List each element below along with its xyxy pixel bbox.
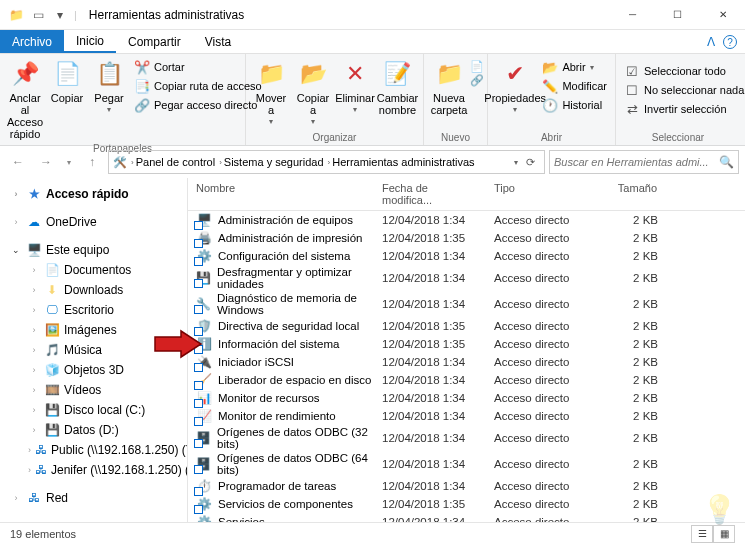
file-row[interactable]: 🔌Iniciador iSCSI12/04/2018 1:34Acceso di… xyxy=(188,353,745,371)
file-date: 12/04/2018 1:35 xyxy=(374,232,486,244)
breadcrumb-item[interactable]: Panel de control › xyxy=(136,156,222,168)
file-row[interactable]: ⚙️Servicios12/04/2018 1:34Acceso directo… xyxy=(188,513,745,522)
file-row[interactable]: 🛡️Directiva de seguridad local12/04/2018… xyxy=(188,317,745,335)
nav-downloads[interactable]: ›⬇Downloads xyxy=(0,280,187,300)
newitem-icon[interactable]: 📄 xyxy=(470,60,484,73)
properties-icon: ✔ xyxy=(499,58,531,90)
col-nombre[interactable]: Nombre xyxy=(188,178,374,210)
search-box[interactable]: 🔍 xyxy=(549,150,739,174)
file-name: Diagnóstico de memoria de Windows xyxy=(217,292,374,316)
group-organizar-label: Organizar xyxy=(250,131,419,145)
file-row[interactable]: ℹ️Información del sistema12/04/2018 1:35… xyxy=(188,335,745,353)
breadcrumb-item[interactable]: Herramientas administrativas xyxy=(332,156,474,168)
minimize-button[interactable]: ─ xyxy=(610,0,655,30)
file-row[interactable]: ⏱️Programador de tareas12/04/2018 1:34Ac… xyxy=(188,477,745,495)
col-tipo[interactable]: Tipo xyxy=(486,178,594,210)
open-button[interactable]: 📂Abrir▾ xyxy=(538,58,611,76)
nav-escritorio[interactable]: ›🖵Escritorio xyxy=(0,300,187,320)
tab-archivo[interactable]: Archivo xyxy=(0,30,64,53)
nav-acceso-rapido[interactable]: ›★Acceso rápido xyxy=(0,184,187,204)
history-button[interactable]: 🕐Historial xyxy=(538,96,611,114)
nav-back-button[interactable]: ← xyxy=(6,150,30,174)
col-fecha[interactable]: Fecha de modifica... xyxy=(374,178,486,210)
file-date: 12/04/2018 1:34 xyxy=(374,392,486,404)
file-row[interactable]: 📈Monitor de rendimiento12/04/2018 1:34Ac… xyxy=(188,407,745,425)
file-row[interactable]: 🔧Diagnóstico de memoria de Windows12/04/… xyxy=(188,291,745,317)
objects3d-icon: 🧊 xyxy=(44,362,60,378)
breadcrumb[interactable]: 🛠️ › Panel de control › Sistema y seguri… xyxy=(108,150,545,174)
tab-inicio[interactable]: Inicio xyxy=(64,30,116,53)
file-row[interactable]: ⚙️Servicios de componentes12/04/2018 1:3… xyxy=(188,495,745,513)
nav-recent-dropdown[interactable]: ▾ xyxy=(62,150,76,174)
column-headers: Nombre Fecha de modifica... Tipo Tamaño xyxy=(188,178,745,211)
file-type: Acceso directo xyxy=(486,392,594,404)
tab-compartir[interactable]: Compartir xyxy=(116,30,193,53)
file-size: 2 KB xyxy=(594,298,666,310)
refresh-button[interactable]: ⟳ xyxy=(520,156,540,169)
file-type: Acceso directo xyxy=(486,298,594,310)
file-size: 2 KB xyxy=(594,356,666,368)
close-button[interactable]: ✕ xyxy=(700,0,745,30)
file-name: Desfragmentar y optimizar unidades xyxy=(217,266,374,290)
nav-red[interactable]: ›🖧Red xyxy=(0,488,187,508)
maximize-button[interactable]: ☐ xyxy=(655,0,700,30)
invert-selection-button[interactable]: ⇄Invertir selección xyxy=(620,100,745,118)
delete-icon: ✕ xyxy=(339,58,371,90)
file-type: Acceso directo xyxy=(486,480,594,492)
nav-up-button[interactable]: ↑ xyxy=(80,150,104,174)
breadcrumb-item[interactable]: Sistema y seguridad › xyxy=(224,156,330,168)
rename-button[interactable]: 📝Cambiar nombre xyxy=(376,56,419,118)
file-date: 12/04/2018 1:35 xyxy=(374,338,486,350)
file-type: Acceso directo xyxy=(486,214,594,226)
nav-documentos[interactable]: ›📄Documentos xyxy=(0,260,187,280)
nav-videos[interactable]: ›🎞️Vídeos xyxy=(0,380,187,400)
nav-jenifer-z[interactable]: ›🖧Jenifer (\\192.168.1.250) (Z:) xyxy=(0,460,187,480)
delete-button[interactable]: ✕Eliminar▾ xyxy=(334,56,376,117)
easyaccess-icon[interactable]: 🔗 xyxy=(470,74,484,87)
tab-vista[interactable]: Vista xyxy=(193,30,243,53)
pictures-icon: 🖼️ xyxy=(44,322,60,338)
file-row[interactable]: 🖥️Administración de equipos12/04/2018 1:… xyxy=(188,211,745,229)
file-row[interactable]: 💾Desfragmentar y optimizar unidades12/04… xyxy=(188,265,745,291)
breadcrumb-dropdown-icon[interactable]: ▾ xyxy=(514,158,518,167)
qat-properties-icon[interactable]: ▭ xyxy=(30,7,46,23)
file-row[interactable]: 📊Monitor de recursos12/04/2018 1:34Acces… xyxy=(188,389,745,407)
file-size: 2 KB xyxy=(594,498,666,510)
nav-disco-c[interactable]: ›💾Disco local (C:) xyxy=(0,400,187,420)
view-icons-button[interactable]: ▦ xyxy=(713,525,735,543)
copy-to-button[interactable]: 📂Copiar a▾ xyxy=(292,56,334,129)
edit-button[interactable]: ✏️Modificar xyxy=(538,77,611,95)
view-details-button[interactable]: ☰ xyxy=(691,525,713,543)
search-input[interactable] xyxy=(554,156,719,168)
select-all-button[interactable]: ☑Seleccionar todo xyxy=(620,62,745,80)
file-size: 2 KB xyxy=(594,320,666,332)
paste-button[interactable]: 📋 Pegar ▾ xyxy=(88,56,130,117)
col-tamano[interactable]: Tamaño xyxy=(594,178,666,210)
qat-dropdown-icon[interactable]: ▾ xyxy=(52,7,68,23)
nav-public-y[interactable]: ›🖧Public (\\192.168.1.250) (Y:) xyxy=(0,440,187,460)
copy-button[interactable]: 📄 Copiar xyxy=(46,56,88,106)
move-to-button[interactable]: 📁Mover a▾ xyxy=(250,56,292,129)
nav-este-equipo[interactable]: ⌄🖥️Este equipo xyxy=(0,240,187,260)
file-row[interactable]: ⚙️Configuración del sistema12/04/2018 1:… xyxy=(188,247,745,265)
breadcrumb-root-icon[interactable]: 🛠️ › xyxy=(113,156,134,169)
properties-button[interactable]: ✔Propiedades▾ xyxy=(492,56,538,117)
nav-objetos3d[interactable]: ›🧊Objetos 3D xyxy=(0,360,187,380)
nav-forward-button[interactable]: → xyxy=(34,150,58,174)
file-row[interactable]: 🧹Liberador de espacio en disco12/04/2018… xyxy=(188,371,745,389)
search-icon[interactable]: 🔍 xyxy=(719,155,734,169)
file-row[interactable]: 🗄️Orígenes de datos ODBC (32 bits)12/04/… xyxy=(188,425,745,451)
new-folder-button[interactable]: 📁Nueva carpeta xyxy=(428,56,470,118)
copy-icon: 📄 xyxy=(51,58,83,90)
pin-quickaccess-button[interactable]: 📌 Anclar al Acceso rápido xyxy=(4,56,46,142)
file-row[interactable]: 🗄️Orígenes de datos ODBC (64 bits)12/04/… xyxy=(188,451,745,477)
pin-icon: 📌 xyxy=(9,58,41,90)
nav-onedrive[interactable]: ›☁OneDrive xyxy=(0,212,187,232)
ribbon-collapse-icon[interactable]: ᐱ xyxy=(707,35,715,49)
select-none-button[interactable]: ☐No seleccionar nada xyxy=(620,81,745,99)
nav-datos-d[interactable]: ›💾Datos (D:) xyxy=(0,420,187,440)
file-row[interactable]: 🖨️Administración de impresión12/04/2018 … xyxy=(188,229,745,247)
file-date: 12/04/2018 1:34 xyxy=(374,298,486,310)
help-icon[interactable]: ? xyxy=(723,35,737,49)
file-date: 12/04/2018 1:34 xyxy=(374,250,486,262)
